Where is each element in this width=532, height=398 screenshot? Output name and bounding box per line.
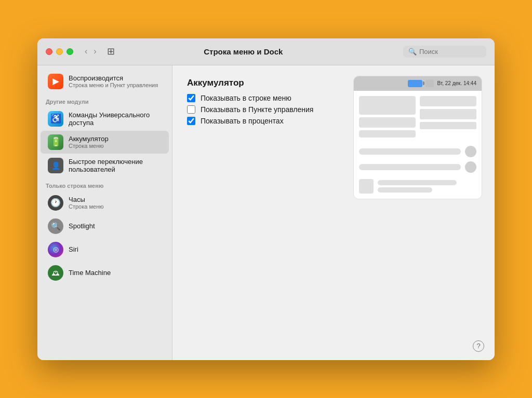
nowplaying-text: Воспроизводится Строка меню и Пункт упра… <box>69 74 158 88</box>
checkbox-show-controlcenter-label[interactable]: Показывать в Пункте управления <box>201 105 313 114</box>
preview-row-1 <box>359 146 476 157</box>
checkbox-row-1: Показывать в строке меню <box>187 92 349 104</box>
preview-block-3 <box>359 130 416 138</box>
window-body: ▶ Воспроизводится Строка меню и Пункт уп… <box>37 65 495 360</box>
spotlight-label: Spotlight <box>69 222 95 230</box>
preview-left <box>359 96 416 138</box>
sidebar-item-accessibility[interactable]: ♿ Команды Универсального доступа <box>41 107 169 130</box>
checkbox-show-percent-label[interactable]: Показывать в процентах <box>201 117 284 125</box>
preview-block-2 <box>359 117 416 128</box>
spotlight-text: Spotlight <box>69 222 95 230</box>
nowplaying-label: Воспроизводится <box>69 74 158 82</box>
checkbox-show-menubar[interactable] <box>187 94 195 102</box>
titlebar: ‹ › ⊞ Строка меню и Dock 🔍 <box>37 38 495 65</box>
preview-circle-1 <box>465 146 476 157</box>
battery-label: Аккумулятор <box>69 135 109 143</box>
siri-label: Siri <box>69 245 78 253</box>
checkbox-show-percent[interactable] <box>187 117 195 125</box>
preview-bar-2 <box>359 164 461 170</box>
fastswitch-label: Быстрое переключение пользователей <box>69 158 162 173</box>
sidebar-item-spotlight[interactable]: 🔍 Spotlight <box>41 215 169 238</box>
preview-battery-icon <box>408 80 422 87</box>
clock-sublabel: Строка меню <box>69 203 103 210</box>
accessibility-icon: ♿ <box>48 111 63 127</box>
main-section-title: Аккумулятор <box>187 78 349 88</box>
preview-block-4 <box>420 96 476 106</box>
timemachine-icon: 🕰 <box>48 265 63 281</box>
spotlight-icon: 🔍 <box>48 218 63 234</box>
preview-bottom <box>354 176 482 199</box>
checkbox-show-controlcenter[interactable] <box>187 105 195 114</box>
menubar-preview: Вт, 22 дек. 14:44 <box>353 76 482 199</box>
sidebar-item-battery[interactable]: 🔋 Аккумулятор Строка меню <box>41 131 169 154</box>
siri-text: Siri <box>69 245 78 253</box>
search-input[interactable] <box>419 48 476 56</box>
preview-block-1 <box>359 96 416 115</box>
accessibility-label: Команды Универсального доступа <box>69 111 162 127</box>
preview-row-2 <box>359 161 476 173</box>
preview-line-1 <box>378 180 457 185</box>
nowplaying-sublabel: Строка меню и Пункт управления <box>69 82 158 88</box>
preview-menubar: Вт, 22 дек. 14:44 <box>354 76 482 91</box>
minimize-button[interactable] <box>56 48 63 55</box>
help-button[interactable]: ? <box>473 340 484 352</box>
preview-sq <box>359 179 374 194</box>
siri-icon: ◎ <box>48 242 63 257</box>
timemachine-text: Time Machine <box>69 269 111 277</box>
sidebar-item-timemachine[interactable]: 🕰 Time Machine <box>41 262 169 284</box>
battery-text: Аккумулятор Строка меню <box>69 135 109 149</box>
preview-block-5 <box>420 109 476 119</box>
main-content-area: Аккумулятор Показывать в строке меню Пок… <box>172 65 495 360</box>
settings-window: ‹ › ⊞ Строка меню и Dock 🔍 ▶ Воспроизвод… <box>37 38 495 360</box>
preview-right <box>420 96 476 138</box>
fastswitch-icon: 👤 <box>48 158 63 173</box>
checkbox-row-2: Показывать в Пункте управления <box>187 104 349 115</box>
checkbox-row-3: Показывать в процентах <box>187 115 349 127</box>
clock-text: Часы Строка меню <box>69 196 103 210</box>
sidebar-item-fastswitch[interactable]: 👤 Быстрое переключение пользователей <box>41 154 169 177</box>
maximize-button[interactable] <box>66 48 73 55</box>
preview-body <box>354 91 482 143</box>
preview-circle-2 <box>465 161 476 173</box>
preview-time: Вт, 22 дек. 14:44 <box>437 80 476 86</box>
accessibility-text: Команды Универсального доступа <box>69 111 162 127</box>
search-box[interactable]: 🔍 <box>403 46 486 58</box>
battery-sublabel: Строка меню <box>69 143 109 149</box>
preview-cc-icon <box>425 80 434 87</box>
checkbox-show-menubar-label[interactable]: Показывать в строке меню <box>201 94 291 102</box>
close-button[interactable] <box>46 48 52 55</box>
sidebar-item-siri[interactable]: ◎ Siri <box>41 238 169 261</box>
traffic-lights <box>46 48 73 55</box>
section-other-header: Другие модули <box>37 93 172 107</box>
preview-block-6 <box>420 122 476 129</box>
back-button[interactable]: ‹ <box>83 46 89 57</box>
battery-icon: 🔋 <box>48 134 63 150</box>
section-menuonly-header: Только строка меню <box>37 177 172 191</box>
clock-label: Часы <box>69 196 103 203</box>
preview-line-2 <box>378 187 432 193</box>
search-icon: 🔍 <box>408 48 417 56</box>
fastswitch-text: Быстрое переключение пользователей <box>69 158 162 173</box>
preview-rows <box>354 143 482 176</box>
sidebar-item-clock[interactable]: 🕐 Часы Строка меню <box>41 191 169 214</box>
timemachine-label: Time Machine <box>69 269 111 277</box>
nowplaying-icon: ▶ <box>48 74 63 89</box>
preview-bar-1 <box>359 148 461 155</box>
sidebar: ▶ Воспроизводится Строка меню и Пункт уп… <box>37 65 172 360</box>
window-title: Строка меню и Dock <box>90 47 397 56</box>
preview-lines <box>378 180 476 193</box>
sidebar-item-nowplaying[interactable]: ▶ Воспроизводится Строка меню и Пункт уп… <box>41 70 169 93</box>
clock-icon: 🕐 <box>48 195 63 211</box>
